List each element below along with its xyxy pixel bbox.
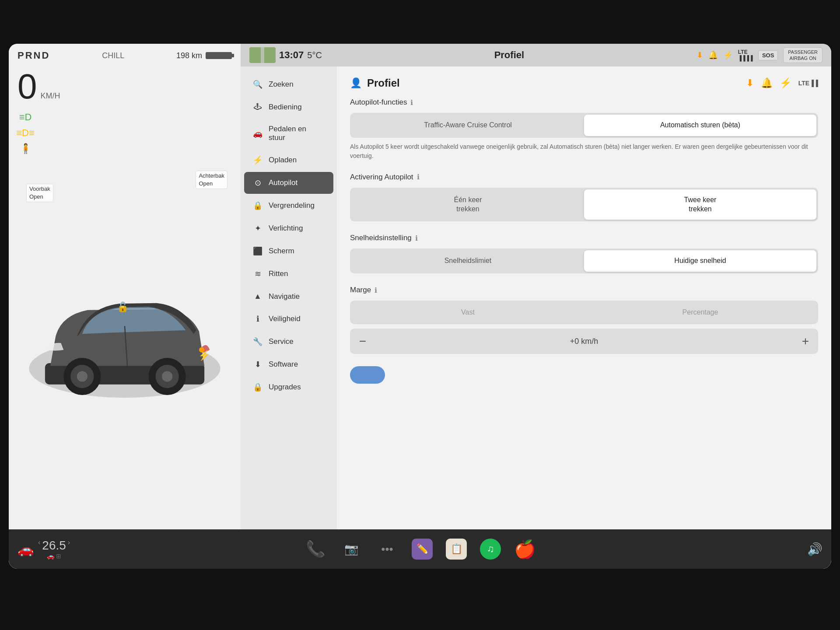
nav-label-scherm: Scherm — [269, 247, 294, 256]
twee-keer-option[interactable]: Twee keertrekken — [584, 189, 816, 220]
airbag-line1: PASSENGER — [788, 49, 818, 55]
percentage-option[interactable]: Percentage — [584, 302, 816, 322]
sidebar-item-bediening[interactable]: 🕹 Bediening — [244, 96, 333, 118]
status-right: ⬇ 🔔 ⚡ LTE▐▐▐▐ SOS PASSENGER AIRBAG ON — [696, 47, 822, 63]
settings-title: Profiel — [367, 77, 400, 89]
nav-label-upgrades: Upgrades — [269, 383, 301, 392]
sidebar-item-veiligheid[interactable]: ℹ Veiligheid — [244, 308, 333, 330]
pencil-button[interactable]: ✏️ — [412, 539, 433, 560]
car-image: ⚡ 🔓 — [13, 162, 236, 522]
huidige-snelheid-option[interactable]: Huidige snelheid — [584, 250, 816, 272]
sidebar-item-vergrendeling[interactable]: 🔒 Vergrendeling — [244, 195, 333, 217]
range-bar — [206, 52, 232, 59]
taskbar-speed-info: ‹ 26.5 › 🚗 ⊞ — [38, 539, 70, 560]
emoji-button[interactable]: 🍎 — [514, 539, 536, 560]
settings-title-area: 👤 Profiel — [350, 77, 400, 89]
volume-icon[interactable]: 🔊 — [807, 542, 822, 556]
automatisch-sturen-option[interactable]: Automatisch sturen (bèta) — [584, 115, 816, 136]
car-icon[interactable]: 🚗 — [18, 542, 34, 557]
snelheidslimiet-label: Snelheidslimiet — [444, 257, 492, 264]
sidebar-item-verlichting[interactable]: ✦ Verlichting — [244, 217, 333, 239]
taskbar-left: 🚗 ‹ 26.5 › 🚗 ⊞ — [18, 539, 70, 560]
nav-label-zoeken: Zoeken — [269, 80, 294, 89]
veiligheid-icon: ℹ — [253, 314, 262, 324]
marge-group: Vast Percentage — [350, 301, 818, 324]
nav-label-opladen: Opladen — [269, 156, 297, 164]
front-door-status: Open — [29, 193, 50, 201]
bluetooth-icon[interactable]: ⚡ — [723, 50, 733, 60]
sidebar-item-zoeken[interactable]: 🔍 Zoeken — [244, 74, 333, 95]
header-bluetooth-icon[interactable]: ⚡ — [780, 77, 791, 89]
header-download-icon[interactable]: ⬇ — [746, 77, 754, 89]
sidebar-item-opladen[interactable]: ⚡ Opladen — [244, 149, 333, 171]
svg-text:⚡: ⚡ — [198, 350, 210, 361]
camera-icon[interactable]: 📷 — [340, 538, 363, 560]
speed-adjust: − +0 km/h + — [350, 329, 818, 354]
right-panel: 13:07 5°C Profiel ⬇ 🔔 ⚡ LTE▐▐▐▐ SOS PASS… — [241, 44, 831, 569]
svg-text:🔓: 🔓 — [117, 301, 129, 313]
status-left: 13:07 5°C — [249, 47, 322, 63]
section-activering-autopilot: Activering Autopilot ℹ Één keertrekken T… — [350, 173, 818, 222]
vergrendeling-icon: 🔒 — [253, 201, 262, 210]
speed-display: 0 KM/H — [9, 65, 241, 108]
icon-row-3: 🧍 — [18, 144, 232, 154]
sidebar-item-upgrades[interactable]: 🔒 Upgrades — [244, 376, 333, 398]
scroll-indicator — [350, 366, 385, 384]
status-bar: 13:07 5°C Profiel ⬇ 🔔 ⚡ LTE▐▐▐▐ SOS PASS… — [241, 44, 831, 66]
phone-icon[interactable]: 📞 — [304, 538, 327, 560]
prnd-display: PRND — [18, 50, 50, 61]
nav-label-pedalen: Pedalen en stuur — [269, 125, 325, 142]
sos-text: SOS — [762, 52, 774, 59]
speed-minus-button[interactable]: − — [352, 330, 374, 352]
nav-label-service: Service — [269, 337, 294, 346]
plus-icon: + — [802, 334, 809, 348]
lte-badge: LTE▐▐▐▐ — [738, 49, 753, 61]
header-bell-icon[interactable]: 🔔 — [761, 77, 773, 89]
een-keer-option[interactable]: Één keertrekken — [352, 189, 584, 220]
download-icon[interactable]: ⬇ — [696, 50, 703, 60]
header-lte-icon: LTE▐▐ — [798, 80, 818, 87]
sos-badge: SOS — [758, 50, 778, 60]
sidebar-nav: 🔍 Zoeken 🕹 Bediening 🚗 Pedalen en stuur … — [241, 66, 337, 569]
speed-unit: KM/H — [41, 91, 60, 101]
rear-door-text: Achterbak — [199, 172, 224, 180]
snelheids-label: Snelheidsinstelling — [350, 234, 412, 242]
bell-icon[interactable]: 🔔 — [708, 50, 718, 60]
speed-adjust-value: +0 km/h — [374, 337, 794, 346]
sidebar-item-scherm[interactable]: ⬛ Scherm — [244, 240, 333, 262]
front-door-label: Voorbak Open — [26, 184, 53, 202]
sidebar-item-autopilot[interactable]: ⊙ Autopilot — [244, 172, 333, 194]
speed-sub-2: ⊞ — [56, 553, 61, 560]
scherm-icon: ⬛ — [253, 246, 262, 256]
settings-panel: 👤 Profiel ⬇ 🔔 ⚡ LTE▐▐ Autopilot-functies… — [337, 66, 831, 569]
spotify-button[interactable]: ♫ — [480, 539, 501, 560]
vast-option[interactable]: Vast — [352, 302, 584, 322]
map-thumbnail[interactable] — [249, 47, 276, 63]
sidebar-item-ritten[interactable]: ≋ Ritten — [244, 263, 333, 285]
dots-icon[interactable]: ••• — [376, 538, 399, 560]
percentage-label: Percentage — [682, 308, 718, 316]
vast-label: Vast — [461, 308, 475, 316]
ritten-icon: ≋ — [253, 269, 262, 279]
sidebar-item-pedalen[interactable]: 🚗 Pedalen en stuur — [244, 119, 333, 148]
traffic-aware-option[interactable]: Traffic-Aware Cruise Control — [352, 115, 584, 136]
notes-button[interactable]: 📋 — [446, 539, 467, 560]
marge-label: Marge — [350, 286, 371, 294]
een-keer-label: Één keertrekken — [454, 196, 482, 213]
snelheids-info-icon[interactable]: ℹ — [415, 234, 418, 242]
drive-mode: CHILL — [102, 51, 124, 60]
section-autopilot-functies-title: Autopilot-functies ℹ — [350, 98, 818, 107]
speed-plus-button[interactable]: + — [794, 330, 816, 352]
sidebar-item-navigatie[interactable]: ▲ Navigatie — [244, 286, 333, 307]
person-icon: 👤 — [350, 77, 362, 89]
sidebar-item-service[interactable]: 🔧 Service — [244, 331, 333, 353]
sidebar-item-software[interactable]: ⬇ Software — [244, 354, 333, 375]
section-snelheids-title: Snelheidsinstelling ℹ — [350, 234, 818, 242]
marge-info-icon[interactable]: ℹ — [374, 286, 377, 294]
snelheidslimiet-option[interactable]: Snelheidslimiet — [352, 250, 584, 272]
autopilot-functies-info-icon[interactable]: ℹ — [410, 98, 413, 107]
taskbar: 🚗 ‹ 26.5 › 🚗 ⊞ 📞 📷 ••• ✏️ 📋 ♫ 🍎 — [9, 529, 831, 569]
fog-light-icon: ≡D≡ — [18, 128, 33, 138]
activering-info-icon[interactable]: ℹ — [417, 173, 420, 181]
minus-icon: − — [359, 334, 366, 348]
